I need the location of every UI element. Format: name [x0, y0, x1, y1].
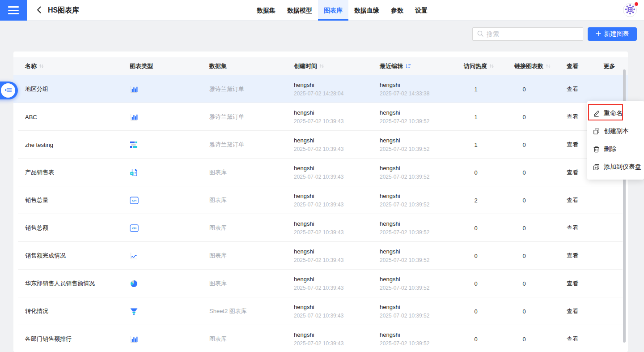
- view-link[interactable]: 查看: [567, 86, 578, 92]
- table-row[interactable]: 销售总量 KPI 图表库 hengshi 2025-07-02 10:39:43…: [13, 186, 628, 214]
- new-chart-button[interactable]: 新建图表: [588, 27, 637, 41]
- trash-icon: [593, 146, 600, 153]
- nav-tab-label: 数据集: [257, 7, 275, 14]
- more-actions-button[interactable]: [605, 251, 614, 261]
- bar-chart-icon: [130, 85, 209, 94]
- visit-heat: 2: [456, 197, 496, 204]
- edited-at: 2025-07-02 10:39:52: [380, 257, 456, 264]
- chart-name: zhe testing: [25, 142, 130, 148]
- table-row[interactable]: zhe testing 雅诗兰黛订单 hengshi 2025-07-02 10…: [13, 131, 628, 159]
- linked-chart-count: 0: [496, 225, 552, 232]
- nav-tab[interactable]: 参数: [385, 0, 409, 21]
- table-header-label: 最近编辑: [380, 62, 403, 70]
- chart-name: 销售总量: [25, 196, 130, 204]
- edited-cell: hengshi 2025-07-02 10:39:52: [380, 248, 456, 264]
- nav-tab[interactable]: 图表库: [318, 0, 348, 21]
- bar-chart-icon: [130, 113, 209, 121]
- visit-heat: 0: [456, 253, 496, 259]
- view-link[interactable]: 查看: [567, 224, 578, 231]
- linked-chart-count: 0: [496, 114, 552, 120]
- context-menu-item[interactable]: 重命名: [587, 104, 644, 122]
- table-header-cell[interactable]: 创建时间: [294, 62, 380, 70]
- nav-tab[interactable]: 数据血缘: [348, 0, 385, 21]
- back-button[interactable]: [33, 0, 45, 21]
- nav-tab-label: 设置: [415, 7, 428, 14]
- more-actions-button[interactable]: [605, 84, 614, 94]
- more-actions-button[interactable]: [605, 334, 614, 344]
- edited-cell: hengshi 2025-07-02 10:39:52: [380, 275, 456, 292]
- table-row[interactable]: 华东部销售人员销售额情况 图表库 hengshi 2025-07-02 10:3…: [13, 270, 628, 297]
- edited-at: 2025-07-02 14:33:38: [380, 90, 456, 98]
- visit-heat: 0: [456, 169, 496, 176]
- created-by: hengshi: [294, 220, 380, 228]
- nav-tab[interactable]: 设置: [409, 0, 433, 21]
- edited-by: hengshi: [380, 81, 456, 89]
- chart-list-card: 名称 图表类型 数据集 创建时间 最近编辑 访问热度 链接图表数 查看 更多 地…: [13, 52, 628, 352]
- edited-by: hengshi: [380, 275, 456, 283]
- created-cell: hengshi 2025-07-02 14:28:04: [294, 81, 380, 98]
- context-menu-item[interactable]: 删除: [587, 140, 644, 158]
- created-cell: hengshi 2025-07-02 10:39:43: [294, 137, 380, 153]
- created-by: hengshi: [294, 81, 380, 89]
- pie-chart-icon: [130, 279, 209, 288]
- sort-icon: [405, 63, 411, 70]
- sort-icon: [546, 63, 551, 70]
- created-by: hengshi: [294, 303, 380, 311]
- table-row[interactable]: 销售额完成情况 图表库 hengshi 2025-07-02 10:39:43 …: [13, 242, 628, 270]
- created-by: hengshi: [294, 192, 380, 200]
- table-header-cell: 更多: [593, 62, 626, 70]
- created-at: 2025-07-02 10:39:43: [294, 312, 380, 320]
- table-header-cell[interactable]: 链接图表数: [496, 62, 552, 70]
- page-title: HS图表库: [48, 0, 79, 21]
- created-at: 2025-07-02 10:39:43: [294, 284, 380, 292]
- table-row[interactable]: 转化情况 Sheet2 图表库 hengshi 2025-07-02 10:39…: [13, 297, 628, 325]
- table-row[interactable]: 销售总额 KPI 图表库 hengshi 2025-07-02 10:39:43…: [13, 214, 628, 242]
- search-input[interactable]: [487, 30, 578, 38]
- more-actions-button[interactable]: [605, 279, 614, 288]
- plus-icon: [596, 30, 601, 38]
- context-menu-items: 重命名 创建副本 删除 添加到仪表盘: [587, 104, 644, 176]
- view-link[interactable]: 查看: [567, 197, 578, 203]
- dataset-name: 图表库: [209, 168, 294, 176]
- more-actions-button[interactable]: [605, 223, 614, 233]
- edited-cell: hengshi 2025-07-02 10:39:52: [380, 303, 456, 320]
- view-link[interactable]: 查看: [567, 113, 578, 120]
- view-link[interactable]: 查看: [567, 335, 578, 342]
- table-header-cell[interactable]: 名称: [25, 62, 130, 70]
- view-link[interactable]: 查看: [567, 141, 578, 148]
- edited-by: hengshi: [380, 137, 456, 144]
- more-actions-button[interactable]: [605, 195, 614, 205]
- table-row[interactable]: 地区分组 雅诗兰黛订单 hengshi 2025-07-02 14:28:04 …: [13, 75, 628, 103]
- kpi-icon: KPI: [130, 197, 209, 204]
- edited-at: 2025-07-02 10:39:52: [380, 201, 456, 209]
- dataset-name: 图表库: [209, 335, 294, 343]
- table-header-cell[interactable]: 最近编辑: [380, 62, 456, 70]
- created-cell: hengshi 2025-07-02 10:39:43: [294, 248, 380, 264]
- created-at: 2025-07-02 10:39:43: [294, 201, 380, 209]
- table-row[interactable]: ABC 雅诗兰黛订单 hengshi 2025-07-02 10:39:43 h…: [13, 103, 628, 131]
- context-menu-item[interactable]: 创建副本: [587, 122, 644, 140]
- table-header-cell[interactable]: 访问热度: [456, 62, 496, 70]
- table-row[interactable]: 各部门销售额排行 图表库 hengshi 2025-07-02 10:39:43…: [13, 325, 628, 352]
- view-link[interactable]: 查看: [567, 252, 578, 259]
- search-box[interactable]: [472, 27, 583, 41]
- table-row[interactable]: 产品销售表 图表库 hengshi 2025-07-02 10:39:43 he…: [13, 159, 628, 186]
- created-cell: hengshi 2025-07-02 10:39:43: [294, 275, 380, 292]
- visit-heat: 0: [456, 308, 496, 315]
- linked-chart-count: 0: [496, 86, 552, 93]
- view-link[interactable]: 查看: [567, 280, 578, 287]
- context-menu-item-label: 创建副本: [604, 127, 629, 135]
- context-menu-item-label: 添加到仪表盘: [604, 163, 641, 171]
- view-link[interactable]: 查看: [567, 169, 578, 176]
- chart-name: 各部门销售额排行: [25, 335, 130, 343]
- edited-by: hengshi: [380, 192, 456, 200]
- hamburger-menu-button[interactable]: [0, 0, 27, 21]
- funnel-chart-icon: [130, 308, 209, 315]
- view-link[interactable]: 查看: [567, 308, 578, 314]
- context-menu-item[interactable]: 添加到仪表盘: [587, 158, 644, 176]
- more-actions-button[interactable]: [605, 306, 614, 316]
- nav-tab[interactable]: 数据模型: [281, 0, 318, 21]
- nav-tab[interactable]: 数据集: [251, 0, 281, 21]
- created-cell: hengshi 2025-07-02 10:39:43: [294, 303, 380, 320]
- sidebar-expand-toggle[interactable]: [0, 82, 18, 99]
